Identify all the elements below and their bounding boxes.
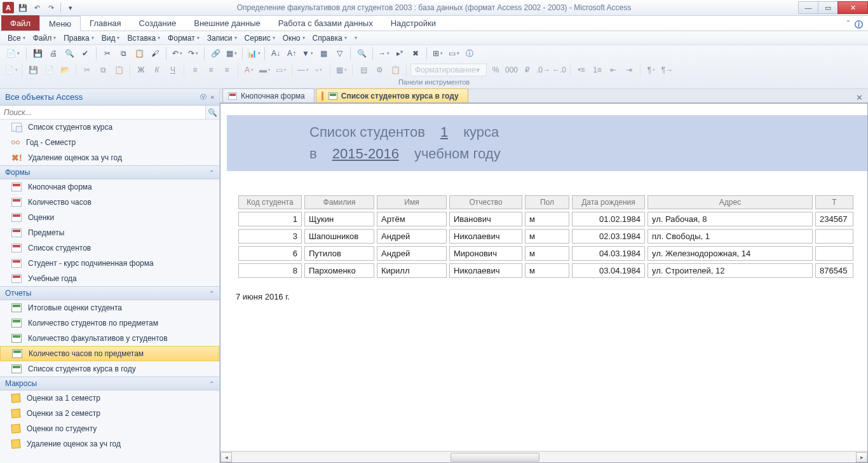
nav-item[interactable]: Оценки по студенту bbox=[0, 421, 219, 436]
nav-item[interactable]: Список студентов курса в году bbox=[0, 361, 219, 377]
increase-indent-icon[interactable]: ⇥ bbox=[622, 63, 636, 77]
paste-icon[interactable]: 📋 bbox=[132, 46, 146, 60]
table-icon[interactable]: ▦ bbox=[224, 46, 238, 60]
currency-icon[interactable]: ₽ bbox=[520, 63, 534, 77]
scroll-right-icon[interactable]: ▸ bbox=[856, 452, 867, 462]
nav-item[interactable]: Кнопочная форма bbox=[0, 179, 219, 195]
format-box[interactable]: Форматирование ▾ bbox=[410, 64, 487, 76]
nav-collapse-icon[interactable]: « bbox=[210, 93, 214, 100]
bold-icon[interactable]: Ж bbox=[134, 63, 148, 77]
menu-records[interactable]: Записи▾ bbox=[203, 32, 241, 44]
scroll-thumb[interactable] bbox=[451, 453, 539, 462]
field-list-icon[interactable]: ▤ bbox=[356, 63, 370, 77]
decrease-indent-icon[interactable]: ⇤ bbox=[606, 63, 620, 77]
save-icon[interactable]: 💾 bbox=[31, 46, 44, 60]
menu-tools[interactable]: Сервис▾ bbox=[241, 32, 279, 44]
nav-item[interactable]: Предметы bbox=[0, 225, 219, 240]
nav-item-query[interactable]: Список студентов курса bbox=[0, 120, 219, 135]
nav-item[interactable]: Учебные года bbox=[0, 271, 219, 286]
relationships-icon[interactable]: ⊞ bbox=[431, 46, 445, 60]
file-tab[interactable]: Файл bbox=[1, 15, 39, 31]
doctab-report[interactable]: Список студентов курса в году bbox=[316, 88, 468, 102]
nav-item-query[interactable]: ✖!Удаление оценок за уч год bbox=[0, 150, 219, 165]
menu-edit[interactable]: Правка▾ bbox=[60, 32, 98, 44]
open-icon[interactable]: 📂 bbox=[58, 63, 72, 77]
tab-home[interactable]: Главная bbox=[81, 15, 130, 31]
nav-item[interactable]: Количество студентов по предметам bbox=[0, 315, 219, 331]
nav-item[interactable]: Оценки за 1 семестр bbox=[0, 390, 219, 406]
code-icon[interactable]: ⚙ bbox=[372, 63, 386, 77]
nav-item[interactable]: Количество часов по предметам bbox=[0, 346, 219, 361]
properties-icon[interactable]: 📋 bbox=[388, 63, 402, 77]
close-button[interactable]: ✕ bbox=[837, 1, 868, 14]
qat-dropdown-icon[interactable]: ▾ bbox=[64, 2, 77, 13]
decrease-decimal-icon[interactable]: ←.0 bbox=[552, 63, 566, 77]
minimize-button[interactable]: — bbox=[798, 1, 818, 14]
nav-item[interactable]: Студент - курс подчиненная форма bbox=[0, 256, 219, 271]
view-button-2[interactable]: 📄 bbox=[4, 63, 18, 77]
format-painter-icon[interactable]: 🖌 bbox=[148, 46, 162, 60]
line-thickness-icon[interactable]: — bbox=[296, 63, 310, 77]
nav-item[interactable]: Удаление оценок за уч год bbox=[0, 436, 219, 452]
scroll-track[interactable] bbox=[232, 452, 856, 462]
text-direction-icon[interactable]: ¶ bbox=[644, 63, 658, 77]
cut-icon-2[interactable]: ✂ bbox=[80, 63, 94, 77]
nav-group-reports[interactable]: Отчеты⌃ bbox=[0, 286, 219, 300]
qat-undo-icon[interactable]: ↶ bbox=[31, 2, 43, 13]
new-icon[interactable]: 📄 bbox=[42, 63, 56, 77]
menu-window[interactable]: Окно▾ bbox=[279, 32, 309, 44]
nav-item[interactable]: Количество часов bbox=[0, 195, 219, 210]
qat-save-icon[interactable]: 💾 bbox=[17, 2, 29, 13]
view-button[interactable]: 📄 bbox=[4, 46, 22, 60]
line-color-icon[interactable]: ▭ bbox=[274, 63, 288, 77]
special-effect-icon[interactable]: ▫ bbox=[312, 63, 326, 77]
horizontal-scrollbar[interactable]: ◂ ▸ bbox=[220, 451, 867, 462]
filter-by-form-icon[interactable]: ▦ bbox=[316, 46, 330, 60]
save-icon-2[interactable]: 💾 bbox=[26, 63, 40, 77]
nav-search-input[interactable] bbox=[0, 106, 205, 119]
nav-item[interactable]: Оценки bbox=[0, 210, 219, 225]
align-right-icon[interactable]: ≡ bbox=[220, 63, 234, 77]
menu-format[interactable]: Формат▾ bbox=[164, 32, 203, 44]
cut-icon[interactable]: ✂ bbox=[100, 46, 114, 60]
tab-external-data[interactable]: Внешние данные bbox=[185, 15, 269, 31]
numbering-icon[interactable]: 1≡ bbox=[590, 63, 604, 77]
tab-menu[interactable]: Меню bbox=[39, 16, 81, 31]
menu-trailing-dropdown[interactable]: ▾ bbox=[351, 34, 361, 42]
nav-filter-dropdown-icon[interactable]: ⓥ bbox=[200, 93, 207, 102]
nav-header[interactable]: Все объекты Access ⓥ « bbox=[0, 89, 219, 106]
paste-icon-2[interactable]: 📋 bbox=[112, 63, 126, 77]
nav-group-forms[interactable]: Формы⌃ bbox=[0, 165, 219, 179]
increase-decimal-icon[interactable]: .0→ bbox=[536, 63, 550, 77]
delete-record-icon[interactable]: ✖ bbox=[409, 46, 423, 60]
redo-icon[interactable]: ↷ bbox=[186, 46, 200, 60]
nav-item-query[interactable]: Год - Семестр bbox=[0, 135, 219, 150]
help-icon[interactable]: ⓘ bbox=[855, 19, 863, 31]
new-record-icon[interactable]: ▸* bbox=[393, 46, 407, 60]
table-row[interactable]: 8ПархоменкоКириллНиколаевичм03.04.1984ул… bbox=[238, 263, 853, 278]
maximize-button[interactable]: ▭ bbox=[818, 1, 838, 14]
help-toolbar-icon[interactable]: ⓘ bbox=[463, 46, 477, 60]
minimize-ribbon-icon[interactable]: ˇ bbox=[847, 19, 850, 31]
filter-icon[interactable]: ▼ bbox=[301, 46, 315, 60]
goto-icon[interactable]: → bbox=[377, 46, 391, 60]
font-color-icon[interactable]: A bbox=[242, 63, 256, 77]
close-tab-icon[interactable]: ✕ bbox=[851, 93, 868, 102]
print-preview-icon[interactable]: 🔍 bbox=[62, 46, 76, 60]
menu-view[interactable]: Вид▾ bbox=[98, 32, 124, 44]
percent-icon[interactable]: % bbox=[489, 63, 503, 77]
new-object-icon[interactable]: 📊 bbox=[247, 46, 261, 60]
menu-help[interactable]: Справка▾ bbox=[309, 32, 351, 44]
table-row[interactable]: 1ЩукинАртёмИвановичм01.02.1984ул. Рабоча… bbox=[238, 212, 853, 226]
table-row[interactable]: 3ШапошниковАндрейНиколаевичм02.03.1984пл… bbox=[238, 229, 853, 244]
undo-icon[interactable]: ↶ bbox=[170, 46, 184, 60]
menu-all[interactable]: Все▾ bbox=[4, 32, 29, 44]
nav-item[interactable]: Список студентов bbox=[0, 240, 219, 256]
tab-addins[interactable]: Надстройки bbox=[382, 15, 445, 31]
nav-group-macros[interactable]: Макросы⌃ bbox=[0, 377, 219, 390]
tab-database-tools[interactable]: Работа с базами данных bbox=[269, 15, 382, 31]
copy-icon[interactable]: ⧉ bbox=[116, 46, 130, 60]
print-icon[interactable]: 🖨 bbox=[46, 46, 60, 60]
underline-icon[interactable]: Ч bbox=[166, 63, 180, 77]
tab-create[interactable]: Создание bbox=[130, 15, 186, 31]
